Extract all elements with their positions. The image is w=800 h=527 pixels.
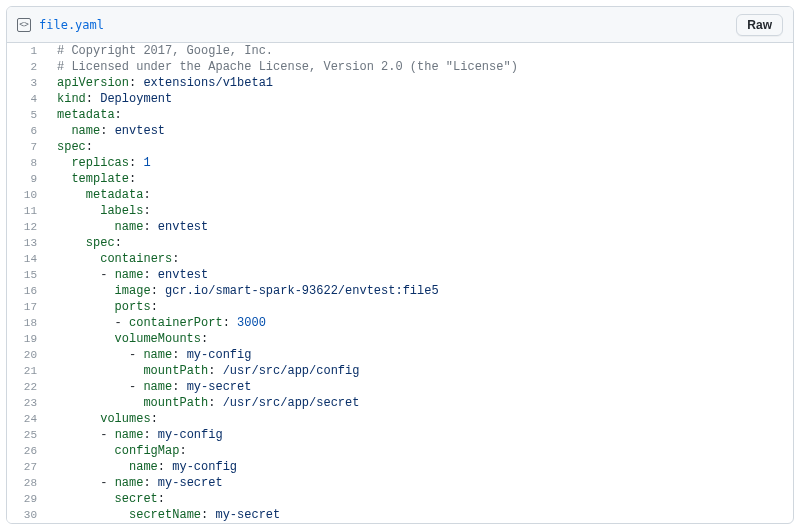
line-content: template: [47, 171, 793, 187]
line-number[interactable]: 10 [7, 187, 47, 203]
code-line: 5metadata: [7, 107, 793, 123]
token-k: image [115, 284, 151, 298]
code-line: 9 template: [7, 171, 793, 187]
code-line: 15 - name: envtest [7, 267, 793, 283]
token-p: : [115, 236, 122, 250]
token-k: mountPath [143, 364, 208, 378]
token-s: /usr/src/app/secret [223, 396, 360, 410]
line-content: metadata: [47, 187, 793, 203]
line-number[interactable]: 14 [7, 251, 47, 267]
token-k: ports [115, 300, 151, 314]
line-number[interactable]: 18 [7, 315, 47, 331]
line-number[interactable]: 27 [7, 459, 47, 475]
token-s: my-config [158, 428, 223, 442]
code-line: 4kind: Deployment [7, 91, 793, 107]
code-line: 24 volumes: [7, 411, 793, 427]
line-number[interactable]: 1 [7, 43, 47, 59]
token-p: : [143, 476, 157, 490]
line-number[interactable]: 26 [7, 443, 47, 459]
code-line: 3apiVersion: extensions/v1beta1 [7, 75, 793, 91]
line-content: image: gcr.io/smart-spark-93622/envtest:… [47, 283, 793, 299]
token-s: my-config [187, 348, 252, 362]
line-content: name: envtest [47, 219, 793, 235]
line-number[interactable]: 9 [7, 171, 47, 187]
line-number[interactable]: 23 [7, 395, 47, 411]
code-line: 27 name: my-config [7, 459, 793, 475]
line-number[interactable]: 12 [7, 219, 47, 235]
line-content: spec: [47, 139, 793, 155]
code-line: 8 replicas: 1 [7, 155, 793, 171]
line-number[interactable]: 4 [7, 91, 47, 107]
line-number[interactable]: 21 [7, 363, 47, 379]
token-k: name [71, 124, 100, 138]
line-number[interactable]: 16 [7, 283, 47, 299]
line-number[interactable]: 20 [7, 347, 47, 363]
token-k: name [115, 476, 144, 490]
line-number[interactable]: 15 [7, 267, 47, 283]
token-k: replicas [71, 156, 129, 170]
line-content: - containerPort: 3000 [47, 315, 793, 331]
code-table: 1# Copyright 2017, Google, Inc.2# Licens… [7, 43, 793, 523]
code-icon: <> [17, 18, 31, 32]
token-k: name [143, 348, 172, 362]
line-content: spec: [47, 235, 793, 251]
line-number[interactable]: 11 [7, 203, 47, 219]
filename-link[interactable]: file.yaml [39, 18, 104, 32]
token-k: spec [57, 140, 86, 154]
token-p: : [151, 412, 158, 426]
token-s: my-secret [215, 508, 280, 522]
line-content: configMap: [47, 443, 793, 459]
token-p: - [100, 268, 114, 282]
token-k: metadata [57, 108, 115, 122]
token-p: - [129, 348, 143, 362]
code-line: 22 - name: my-secret [7, 379, 793, 395]
line-content: mountPath: /usr/src/app/config [47, 363, 793, 379]
line-content: metadata: [47, 107, 793, 123]
token-k: name [115, 268, 144, 282]
code-line: 10 metadata: [7, 187, 793, 203]
line-number[interactable]: 25 [7, 427, 47, 443]
line-number[interactable]: 2 [7, 59, 47, 75]
line-number[interactable]: 8 [7, 155, 47, 171]
token-p: : [86, 92, 100, 106]
token-k: name [115, 220, 144, 234]
line-number[interactable]: 5 [7, 107, 47, 123]
line-content: - name: envtest [47, 267, 793, 283]
code-line: 23 mountPath: /usr/src/app/secret [7, 395, 793, 411]
token-p: : [143, 220, 157, 234]
token-k: spec [86, 236, 115, 250]
token-p: : [100, 124, 114, 138]
token-s: gcr.io/smart-spark-93622/envtest:file5 [165, 284, 439, 298]
token-s: my-secret [158, 476, 223, 490]
line-number[interactable]: 24 [7, 411, 47, 427]
line-number[interactable]: 30 [7, 507, 47, 523]
line-number[interactable]: 19 [7, 331, 47, 347]
token-k: labels [100, 204, 143, 218]
line-content: kind: Deployment [47, 91, 793, 107]
file-header-left: <> file.yaml [17, 18, 104, 32]
line-number[interactable]: 7 [7, 139, 47, 155]
code-line: 13 spec: [7, 235, 793, 251]
line-content: mountPath: /usr/src/app/secret [47, 395, 793, 411]
line-number[interactable]: 29 [7, 491, 47, 507]
line-number[interactable]: 13 [7, 235, 47, 251]
token-k: containers [100, 252, 172, 266]
raw-button[interactable]: Raw [736, 14, 783, 36]
token-cm: # Licensed under the Apache License, Ver… [57, 60, 518, 74]
line-number[interactable]: 22 [7, 379, 47, 395]
token-s: envtest [158, 268, 208, 282]
line-number[interactable]: 17 [7, 299, 47, 315]
line-number[interactable]: 28 [7, 475, 47, 491]
line-number[interactable]: 3 [7, 75, 47, 91]
code-line: 18 - containerPort: 3000 [7, 315, 793, 331]
token-p: : [129, 76, 143, 90]
token-s: Deployment [100, 92, 172, 106]
token-p: : [223, 316, 237, 330]
line-content: name: envtest [47, 123, 793, 139]
line-number[interactable]: 6 [7, 123, 47, 139]
token-k: kind [57, 92, 86, 106]
token-p: : [201, 508, 215, 522]
code-line: 30 secretName: my-secret [7, 507, 793, 523]
token-p: - [129, 380, 143, 394]
token-p: - [100, 428, 114, 442]
